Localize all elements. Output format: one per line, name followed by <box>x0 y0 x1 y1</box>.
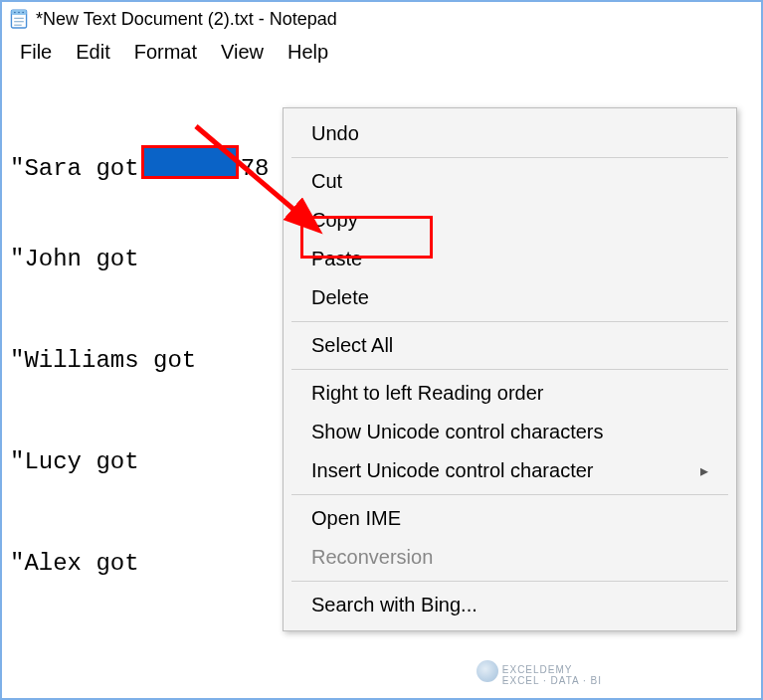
ctx-separator <box>291 369 728 370</box>
ctx-paste[interactable]: Paste <box>284 240 736 278</box>
notepad-icon <box>8 8 30 30</box>
ctx-insert-unicode-label: Insert Unicode control character <box>311 459 593 482</box>
svg-point-3 <box>18 12 20 14</box>
ctx-undo-label: Undo <box>311 122 359 145</box>
text-selection <box>141 145 239 179</box>
window-title: *New Text Document (2).txt - Notepad <box>36 9 337 30</box>
chevron-right-icon: ▸ <box>700 461 708 480</box>
ctx-insert-unicode[interactable]: Insert Unicode control character ▸ <box>284 451 736 490</box>
text-line-3: "Williams got <box>10 344 196 378</box>
ctx-separator <box>291 581 728 582</box>
ctx-reconversion: Reconversion <box>284 538 736 577</box>
ctx-copy-label: Copy <box>311 209 358 232</box>
ctx-cut[interactable]: Cut <box>284 162 736 201</box>
ctx-show-unicode-label: Show Unicode control characters <box>311 421 603 443</box>
menu-view[interactable]: View <box>209 39 276 66</box>
text-line-5: "Alex got <box>10 547 139 581</box>
watermark-logo-icon <box>477 660 498 682</box>
ctx-show-unicode[interactable]: Show Unicode control characters <box>284 413 736 451</box>
menu-help[interactable]: Help <box>276 39 340 66</box>
ctx-delete-label: Delete <box>311 286 369 309</box>
ctx-separator <box>291 494 728 495</box>
ctx-rtl-reading[interactable]: Right to left Reading order <box>284 374 736 413</box>
ctx-separator <box>291 321 728 322</box>
context-menu: Undo Cut Copy Paste Delete Select All Ri… <box>283 107 737 631</box>
notepad-window: *New Text Document (2).txt - Notepad Fil… <box>0 0 763 700</box>
watermark-line2: EXCEL · DATA · BI <box>502 675 602 686</box>
ctx-search-bing[interactable]: Search with Bing... <box>284 586 736 624</box>
ctx-separator <box>291 157 728 158</box>
ctx-rtl-label: Right to left Reading order <box>311 382 543 405</box>
text-line-1-pre: "Sara got <box>10 152 139 186</box>
menu-edit[interactable]: Edit <box>64 39 121 66</box>
ctx-cut-label: Cut <box>311 170 342 193</box>
ctx-open-ime[interactable]: Open IME <box>284 499 736 538</box>
ctx-paste-label: Paste <box>311 248 362 270</box>
ctx-open-ime-label: Open IME <box>311 507 401 530</box>
ctx-search-bing-label: Search with Bing... <box>311 594 477 616</box>
ctx-delete[interactable]: Delete <box>284 278 736 317</box>
ctx-reconversion-label: Reconversion <box>311 546 433 569</box>
watermark: EXCELDEMY EXCEL · DATA · BI <box>502 664 602 686</box>
menu-file[interactable]: File <box>8 39 64 66</box>
menu-format[interactable]: Format <box>122 39 209 66</box>
svg-point-4 <box>22 12 24 14</box>
text-line-4: "Lucy got <box>10 445 139 479</box>
title-bar: *New Text Document (2).txt - Notepad <box>2 2 761 36</box>
svg-point-2 <box>14 12 16 14</box>
ctx-select-all[interactable]: Select All <box>284 326 736 365</box>
ctx-copy[interactable]: Copy <box>284 201 736 240</box>
text-line-2: "John got <box>10 243 139 276</box>
ctx-select-all-label: Select All <box>311 334 393 357</box>
ctx-undo[interactable]: Undo <box>284 114 736 153</box>
menu-bar: File Edit Format View Help <box>2 36 761 68</box>
watermark-line1: EXCELDEMY <box>502 664 602 675</box>
